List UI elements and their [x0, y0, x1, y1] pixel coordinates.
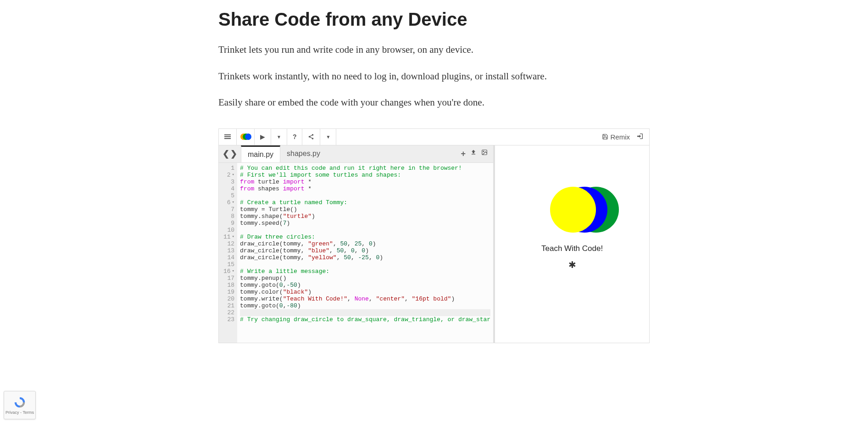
gutter-line: 10 — [223, 227, 234, 234]
caret-down-icon: ▼ — [277, 134, 281, 139]
code-line[interactable]: tommy = Turtle() — [240, 206, 490, 213]
gutter-line: 7 — [223, 206, 234, 213]
gutter-line: 4 — [223, 185, 234, 192]
svg-point-0 — [312, 134, 314, 136]
editor-pane: ❮ ❯ main.py shapes.py + — [219, 145, 495, 343]
caret-down-icon: ▼ — [326, 134, 330, 139]
trinket-embed: ▶ ▼ ? ▼ Remix — [218, 128, 650, 343]
share-dropdown-button[interactable]: ▼ — [320, 129, 336, 145]
code-line[interactable] — [240, 192, 490, 199]
gutter-line: 23 — [223, 316, 234, 323]
code-line[interactable]: draw_circle(tommy, "yellow", 50, -25, 0) — [240, 254, 490, 261]
save-icon — [602, 134, 608, 140]
tab-nav-prev[interactable]: ❮ — [223, 149, 229, 159]
recaptcha-icon — [13, 395, 27, 409]
svg-point-4 — [483, 151, 484, 152]
gutter-line: 2▾ — [223, 172, 234, 178]
gutter-line: 20 — [223, 295, 234, 302]
code-line[interactable]: # First we'll import some turtles and sh… — [240, 172, 490, 178]
gutter-line: 17 — [223, 275, 234, 282]
gutter-line: 16▾ — [223, 268, 234, 275]
svg-point-1 — [309, 136, 311, 138]
code-line[interactable]: draw_circle(tommy, "green", 50, 25, 0) — [240, 240, 490, 247]
gutter-line: 6▾ — [223, 199, 234, 206]
gutter-line: 21 — [223, 302, 234, 309]
recaptcha-links[interactable]: Privacy - Terms — [6, 410, 34, 415]
logo-icon — [240, 133, 250, 141]
question-icon: ? — [293, 133, 297, 140]
code-line[interactable]: # You can edit this code and run it righ… — [240, 165, 490, 172]
tab-nav-next[interactable]: ❯ — [230, 149, 237, 159]
code-line[interactable]: tommy.penup() — [240, 275, 490, 282]
login-button[interactable] — [636, 133, 644, 141]
code-line[interactable]: tommy.shape("turtle") — [240, 213, 490, 220]
remix-label: Remix — [610, 133, 630, 141]
gutter-line: 18 — [223, 282, 234, 289]
gutter-line: 13 — [223, 247, 234, 254]
code-line[interactable] — [240, 309, 490, 316]
run-dropdown-button[interactable]: ▼ — [271, 129, 287, 145]
turtle-icon: ✱ — [495, 259, 649, 270]
run-button[interactable]: ▶ — [255, 129, 271, 145]
gutter-line: 1 — [223, 165, 234, 172]
code-line[interactable]: # Draw three circles: — [240, 234, 490, 240]
remix-button[interactable]: Remix — [602, 133, 630, 141]
gutter-line: 11▾ — [223, 234, 234, 240]
code-line[interactable]: tommy.goto(0,-50) — [240, 282, 490, 289]
code-line[interactable]: tommy.speed(7) — [240, 220, 490, 227]
intro-line-1: Trinket lets you run and write code in a… — [218, 43, 650, 57]
trinket-logo[interactable] — [237, 129, 255, 145]
page-title: Share Code from any Device — [218, 9, 650, 30]
image-icon — [481, 149, 488, 156]
add-file-button[interactable]: + — [461, 149, 466, 159]
play-icon: ▶ — [260, 133, 265, 140]
gutter-line: 9 — [223, 220, 234, 227]
code-line[interactable]: draw_circle(tommy, "blue", 50, 0, 0) — [240, 247, 490, 254]
code-editor[interactable]: 12▾3456▾7891011▾1213141516▾1718192021222… — [219, 163, 493, 343]
intro-line-3: Easily share or embed the code with your… — [218, 95, 650, 110]
gutter-line: 19 — [223, 289, 234, 295]
tab-row: ❮ ❯ main.py shapes.py + — [219, 145, 493, 163]
code-line[interactable] — [240, 261, 490, 268]
upload-icon — [470, 149, 477, 156]
login-icon — [636, 133, 644, 140]
output-circle-yellow — [550, 187, 596, 233]
image-library-button[interactable] — [481, 149, 488, 159]
code-line[interactable]: tommy.write("Teach With Code!", None, "c… — [240, 295, 490, 302]
gutter-line: 12 — [223, 240, 234, 247]
recaptcha-badge[interactable]: Privacy - Terms — [4, 391, 36, 419]
code-line[interactable] — [240, 227, 490, 234]
tab-main-py[interactable]: main.py — [241, 145, 280, 162]
upload-file-button[interactable] — [470, 149, 477, 159]
share-icon — [308, 134, 314, 140]
gutter-line: 8 — [223, 213, 234, 220]
gutter-line: 5 — [223, 192, 234, 199]
share-button[interactable] — [302, 129, 320, 145]
code-line[interactable]: # Try changing draw_circle to draw_squar… — [240, 316, 490, 323]
code-line[interactable]: # Write a little message: — [240, 268, 490, 275]
code-line[interactable]: tommy.goto(0,-80) — [240, 302, 490, 309]
svg-point-2 — [312, 138, 314, 139]
menu-button[interactable] — [219, 129, 237, 145]
code-line[interactable]: # Create a turtle named Tommy: — [240, 199, 490, 206]
intro-line-2: Trinkets work instantly, with no need to… — [218, 69, 650, 84]
gutter-line: 15 — [223, 261, 234, 268]
gutter-line: 3 — [223, 178, 234, 185]
toolbar: ▶ ▼ ? ▼ Remix — [219, 129, 649, 145]
help-button[interactable]: ? — [287, 129, 303, 145]
hamburger-icon — [224, 134, 231, 140]
code-line[interactable]: from turtle import * — [240, 178, 490, 185]
tab-shapes-py[interactable]: shapes.py — [280, 146, 327, 161]
output-pane: Teach With Code! ✱ — [495, 145, 649, 343]
output-message: Teach With Code! — [495, 244, 649, 253]
gutter-line: 22 — [223, 309, 234, 316]
code-line[interactable]: tommy.color("black") — [240, 289, 490, 295]
gutter-line: 14 — [223, 254, 234, 261]
code-line[interactable]: from shapes import * — [240, 185, 490, 192]
